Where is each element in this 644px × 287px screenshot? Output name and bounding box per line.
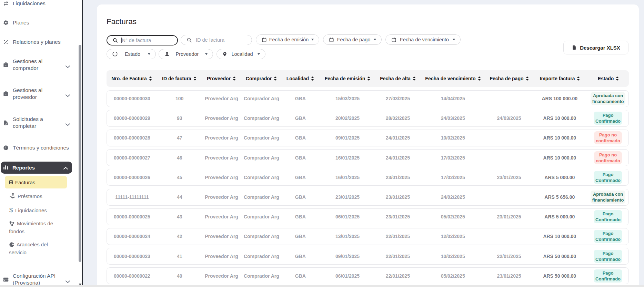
svg-text:$: $ <box>9 207 13 213</box>
